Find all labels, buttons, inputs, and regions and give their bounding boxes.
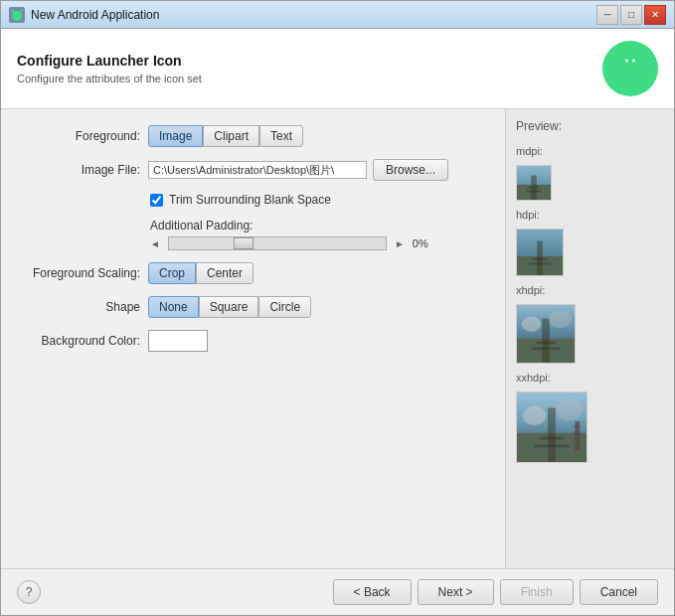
svg-rect-18 bbox=[528, 187, 539, 189]
svg-line-2 bbox=[12, 10, 14, 13]
slider-right-arrow[interactable]: ► bbox=[395, 238, 405, 249]
padding-section: Additional Padding: ◄ ► 0% bbox=[150, 219, 485, 250]
page-subtitle: Configure the attributes of the icon set bbox=[17, 73, 202, 84]
preview-hdpi-label: hdpi: bbox=[516, 209, 664, 221]
preview-mdpi-label: mdpi: bbox=[516, 145, 664, 157]
help-button[interactable]: ? bbox=[17, 580, 41, 604]
preview-mdpi-image bbox=[516, 165, 552, 201]
window-controls: ─ □ ✕ bbox=[596, 5, 666, 25]
trim-row: Trim Surrounding Blank Space bbox=[150, 193, 485, 207]
slider-container: ◄ ► 0% bbox=[150, 236, 485, 250]
svg-line-3 bbox=[20, 10, 22, 13]
left-panel: Foreground: Image Clipart Text Image Fil… bbox=[1, 109, 505, 568]
svg-line-9 bbox=[621, 52, 624, 56]
header-section: Configure Launcher Icon Configure the at… bbox=[1, 29, 674, 109]
image-file-row: Image File: Browse... bbox=[21, 159, 485, 181]
svg-rect-19 bbox=[526, 191, 541, 193]
foreground-image-button[interactable]: Image bbox=[148, 125, 203, 147]
svg-rect-35 bbox=[540, 437, 563, 440]
svg-rect-39 bbox=[575, 421, 580, 450]
foreground-row: Foreground: Image Clipart Text bbox=[21, 125, 485, 147]
svg-rect-12 bbox=[644, 68, 650, 77]
bottom-right-buttons: < Back Next > Finish Cancel bbox=[333, 579, 658, 605]
shape-label: Shape bbox=[21, 300, 140, 314]
svg-rect-1 bbox=[13, 13, 21, 18]
svg-point-38 bbox=[556, 399, 583, 420]
preview-hdpi: hdpi: bbox=[516, 209, 664, 276]
android-icon bbox=[610, 49, 650, 88]
bottom-bar: ? < Back Next > Finish Cancel bbox=[1, 568, 674, 615]
content-area: Foreground: Image Clipart Text Image Fil… bbox=[1, 109, 674, 568]
preview-panel: Preview: mdpi: bbox=[505, 109, 674, 568]
svg-rect-34 bbox=[548, 408, 556, 462]
svg-point-37 bbox=[523, 406, 546, 425]
svg-rect-27 bbox=[542, 319, 550, 363]
page-title: Configure Launcher Icon bbox=[17, 53, 202, 69]
browse-button[interactable]: Browse... bbox=[373, 159, 448, 181]
preview-xhdpi: xhdpi: bbox=[516, 284, 664, 364]
slider-value: 0% bbox=[413, 237, 428, 249]
preview-xxhdpi-image bbox=[516, 391, 588, 463]
trim-checkbox[interactable] bbox=[150, 194, 163, 207]
maximize-button[interactable]: □ bbox=[620, 5, 642, 25]
svg-rect-29 bbox=[532, 348, 561, 350]
svg-point-31 bbox=[549, 311, 572, 328]
slider-thumb[interactable] bbox=[234, 237, 253, 249]
preview-xhdpi-label: xhdpi: bbox=[516, 284, 664, 296]
scaling-btn-group: Crop Center bbox=[148, 262, 253, 284]
preview-label: Preview: bbox=[516, 119, 664, 133]
slider-track[interactable] bbox=[168, 236, 387, 250]
svg-point-30 bbox=[522, 317, 541, 332]
preview-hdpi-image bbox=[516, 229, 564, 276]
svg-rect-24 bbox=[529, 263, 550, 265]
svg-rect-11 bbox=[610, 68, 616, 77]
svg-line-10 bbox=[636, 52, 639, 56]
shape-square-button[interactable]: Square bbox=[199, 296, 259, 318]
shape-btn-group: None Square Circle bbox=[148, 296, 311, 318]
foreground-scaling-row: Foreground Scaling: Crop Center bbox=[21, 262, 485, 284]
foreground-clipart-button[interactable]: Clipart bbox=[203, 125, 259, 147]
preview-xxhdpi-label: xxhdpi: bbox=[516, 372, 664, 384]
cancel-button[interactable]: Cancel bbox=[580, 579, 658, 605]
minimize-button[interactable]: ─ bbox=[596, 5, 618, 25]
svg-point-8 bbox=[632, 60, 635, 63]
trim-label: Trim Surrounding Blank Space bbox=[169, 193, 331, 207]
main-window: New Android Application ─ □ ✕ Configure … bbox=[0, 0, 675, 616]
file-path-input[interactable] bbox=[148, 161, 367, 179]
shape-none-button[interactable]: None bbox=[148, 296, 199, 318]
background-color-row: Background Color: bbox=[21, 330, 485, 352]
foreground-label: Foreground: bbox=[21, 129, 140, 143]
window-title: New Android Application bbox=[31, 8, 596, 22]
shape-row: Shape None Square Circle bbox=[21, 296, 485, 318]
foreground-btn-group: Image Clipart Text bbox=[148, 125, 303, 147]
file-path-container: Browse... bbox=[148, 159, 448, 181]
app-icon bbox=[9, 7, 25, 23]
back-button[interactable]: < Back bbox=[333, 579, 412, 605]
svg-rect-23 bbox=[532, 258, 547, 260]
foreground-scaling-label: Foreground Scaling: bbox=[21, 266, 140, 280]
svg-point-6 bbox=[621, 55, 639, 69]
svg-point-7 bbox=[625, 60, 628, 63]
svg-rect-36 bbox=[535, 445, 570, 448]
title-bar: New Android Application ─ □ ✕ bbox=[1, 1, 674, 29]
scaling-center-button[interactable]: Center bbox=[196, 262, 253, 284]
image-file-label: Image File: bbox=[21, 163, 140, 177]
slider-left-arrow[interactable]: ◄ bbox=[150, 238, 160, 249]
preview-xxhdpi: xxhdpi: bbox=[516, 372, 664, 463]
header-text: Configure Launcher Icon Configure the at… bbox=[17, 53, 202, 84]
background-color-picker[interactable] bbox=[148, 330, 208, 352]
svg-rect-28 bbox=[536, 342, 555, 344]
svg-rect-13 bbox=[623, 80, 628, 87]
background-color-label: Background Color: bbox=[21, 334, 140, 348]
preview-mdpi: mdpi: bbox=[516, 145, 664, 201]
svg-rect-14 bbox=[632, 80, 637, 87]
next-button[interactable]: Next > bbox=[418, 579, 494, 605]
scaling-crop-button[interactable]: Crop bbox=[148, 262, 196, 284]
foreground-text-button[interactable]: Text bbox=[259, 125, 303, 147]
android-logo bbox=[602, 41, 658, 96]
shape-circle-button[interactable]: Circle bbox=[258, 296, 311, 318]
finish-button[interactable]: Finish bbox=[500, 579, 574, 605]
preview-xhdpi-image bbox=[516, 304, 576, 364]
close-button[interactable]: ✕ bbox=[644, 5, 666, 25]
padding-label: Additional Padding: bbox=[150, 219, 485, 232]
